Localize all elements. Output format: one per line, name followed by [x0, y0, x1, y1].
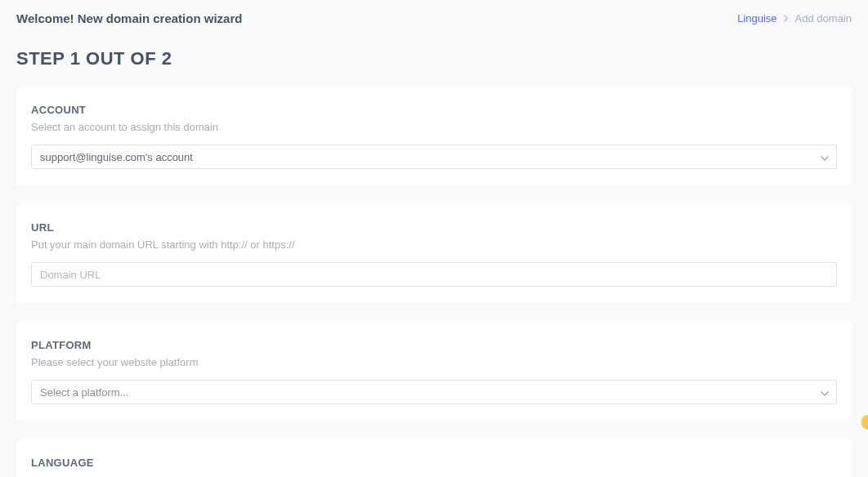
platform-select[interactable]: Select a platform... — [31, 380, 837, 404]
account-sublabel: Select an account to assign this domain — [31, 121, 837, 133]
language-label: LANGUAGE — [31, 457, 837, 469]
platform-section: PLATFORM Please select your website plat… — [16, 323, 852, 421]
language-section: LANGUAGE — [16, 440, 852, 477]
breadcrumb-current: Add domain — [795, 12, 852, 25]
url-section: URL Put your main domain URL starting wi… — [16, 205, 852, 303]
step-heading: STEP 1 OUT OF 2 — [16, 48, 852, 69]
platform-label: PLATFORM — [31, 339, 837, 351]
account-select-value: support@linguise.com's account — [40, 151, 193, 163]
url-sublabel: Put your main domain URL starting with h… — [31, 238, 837, 251]
help-widget-icon[interactable] — [861, 415, 868, 430]
platform-sublabel: Please select your website platform — [31, 356, 837, 368]
breadcrumb: Linguise Add domain — [737, 12, 852, 25]
url-label: URL — [31, 221, 837, 234]
breadcrumb-link-linguise[interactable]: Linguise — [737, 12, 776, 25]
page-title: Welcome! New domain creation wizard — [16, 11, 242, 25]
chevron-right-icon — [784, 14, 789, 24]
platform-select-value: Select a platform... — [40, 386, 128, 399]
domain-url-input[interactable] — [31, 262, 837, 287]
account-select[interactable]: support@linguise.com's account — [31, 145, 837, 169]
account-label: ACCOUNT — [31, 104, 837, 116]
account-section: ACCOUNT Select an account to assign this… — [16, 87, 852, 185]
